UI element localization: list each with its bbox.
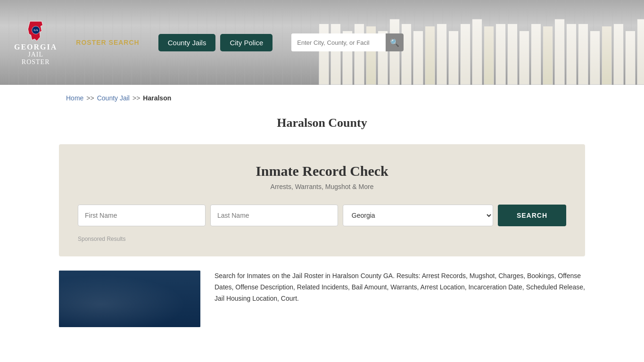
- site-header: GA GEORGIA JAIL ROSTER ROSTER SEARCH Cou…: [0, 0, 644, 85]
- inmate-check-subtitle: Arrests, Warrants, Mugshot & More: [78, 183, 566, 190]
- roster-search-link[interactable]: ROSTER SEARCH: [76, 39, 139, 46]
- description-section: Search for Inmates on the Jail Roster in…: [59, 271, 585, 327]
- sponsored-label: Sponsored Results: [78, 236, 566, 242]
- header-search-bar: 🔍: [291, 33, 404, 51]
- first-name-input[interactable]: [78, 205, 206, 226]
- last-name-input[interactable]: [210, 205, 338, 226]
- county-jails-button[interactable]: County Jails: [158, 34, 216, 51]
- logo-text-georgia: GEORGIA: [14, 43, 57, 51]
- nav-buttons: County Jails City Police: [158, 34, 273, 51]
- breadcrumb-county-jail[interactable]: County Jail: [97, 94, 130, 102]
- breadcrumb-sep-2: >>: [132, 94, 140, 102]
- state-select[interactable]: AlabamaAlaskaArizonaArkansasCaliforniaCo…: [343, 205, 493, 226]
- logo-text-roster: ROSTER: [22, 58, 50, 66]
- logo-text-jail: JAIL: [28, 51, 43, 58]
- breadcrumb-sep-1: >>: [86, 94, 94, 102]
- breadcrumb-current: Haralson: [143, 94, 171, 102]
- header-search-button[interactable]: 🔍: [386, 33, 404, 51]
- georgia-state-icon: GA: [24, 19, 48, 43]
- svg-text:GA: GA: [33, 29, 38, 32]
- inmate-record-section: Inmate Record Check Arrests, Warrants, M…: [59, 144, 585, 256]
- inmate-search-button[interactable]: SEARCH: [498, 205, 566, 226]
- city-police-button[interactable]: City Police: [220, 34, 272, 51]
- breadcrumb: Home >> County Jail >> Haralson: [0, 85, 644, 111]
- page-title: Haralson County: [0, 116, 644, 130]
- header-nav: ROSTER SEARCH County Jails City Police 🔍: [76, 33, 630, 51]
- search-icon: 🔍: [390, 38, 399, 47]
- header-search-input[interactable]: [291, 33, 386, 51]
- description-image: [59, 271, 200, 327]
- inmate-search-form: AlabamaAlaskaArizonaArkansasCaliforniaCo…: [78, 205, 566, 226]
- description-text: Search for Inmates on the Jail Roster in…: [215, 271, 585, 304]
- breadcrumb-home[interactable]: Home: [66, 94, 83, 102]
- header-content: GA GEORGIA JAIL ROSTER ROSTER SEARCH Cou…: [0, 0, 644, 85]
- description-image-overlay: [59, 271, 200, 327]
- inmate-check-title: Inmate Record Check: [78, 163, 566, 179]
- site-logo[interactable]: GA GEORGIA JAIL ROSTER: [14, 19, 57, 66]
